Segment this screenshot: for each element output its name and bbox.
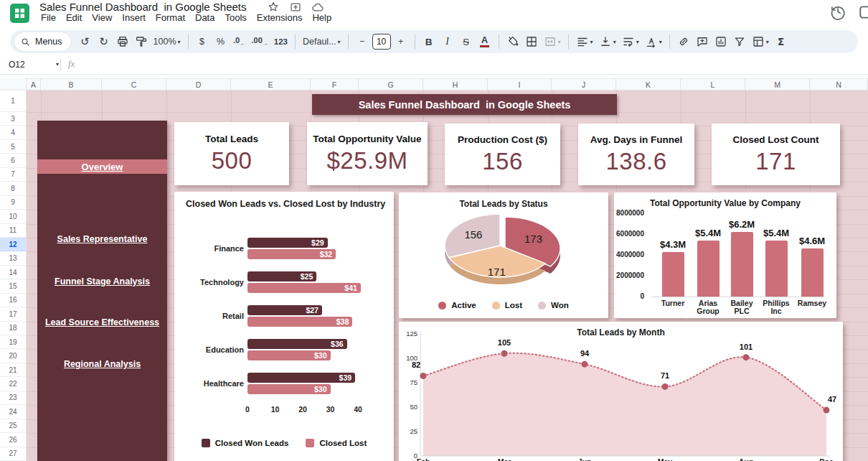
currency-format-button[interactable]: $ <box>194 32 211 51</box>
insert-comment-button[interactable] <box>694 32 711 51</box>
name-box-caret[interactable]: ▾ <box>56 61 59 67</box>
functions-button[interactable]: Σ <box>773 32 790 51</box>
y-tick: 75 <box>410 378 418 386</box>
format-style-select[interactable]: Defaul...▾ <box>301 32 343 51</box>
column-header-J[interactable]: J <box>552 78 616 90</box>
redo-button[interactable]: ↻ <box>95 32 113 51</box>
row-header-3[interactable]: 3 <box>0 112 27 126</box>
sidebar-item-funnel-stage-analysis[interactable]: Funnel Stage Analysis <box>37 274 167 289</box>
kpi-value: 500 <box>212 147 253 174</box>
font-size-input[interactable]: 10 <box>372 34 391 50</box>
row-header-6[interactable]: 6 <box>0 154 27 167</box>
column-header-C[interactable]: C <box>102 78 166 90</box>
row-header-20[interactable]: 20 <box>0 349 27 363</box>
table-views-button[interactable]: ▾ <box>750 32 771 51</box>
increase-decimal-button[interactable]: .00→ <box>250 32 270 51</box>
strikethrough-button[interactable]: S <box>458 32 475 51</box>
row-header-14[interactable]: 14 <box>0 266 27 279</box>
column-header-L[interactable]: L <box>681 78 745 90</box>
menu-format[interactable]: Format <box>151 11 190 24</box>
increase-font-button[interactable]: + <box>392 32 410 51</box>
bold-button[interactable]: B <box>420 32 438 51</box>
row-header-22[interactable]: 22 <box>0 377 27 391</box>
column-header-I[interactable]: I <box>488 78 552 90</box>
print-button[interactable] <box>114 32 131 51</box>
select-all-corner[interactable] <box>0 78 27 90</box>
menu-extensions[interactable]: Extensions <box>252 11 308 24</box>
bar-closed-won-leads: $29 <box>247 238 328 248</box>
row-header-15[interactable]: 15 <box>0 279 27 293</box>
column-header-M[interactable]: M <box>745 78 810 90</box>
percent-format-button[interactable]: % <box>212 32 230 51</box>
italic-button[interactable]: I <box>439 32 456 51</box>
row-header-26[interactable]: 26 <box>0 433 27 447</box>
menu-tools[interactable]: Tools <box>220 11 251 24</box>
row-header-11[interactable]: 11 <box>0 224 27 238</box>
row-header-12[interactable]: 12 <box>0 238 27 251</box>
horizontal-align-button[interactable]: ▾ <box>574 32 595 51</box>
text-rotation-button[interactable]: ▾ <box>643 32 664 51</box>
sheets-logo-icon[interactable] <box>10 4 29 23</box>
row-header-24[interactable]: 24 <box>0 405 27 419</box>
kpi-value: 171 <box>755 148 796 175</box>
row-header-7[interactable]: 7 <box>0 168 27 182</box>
row-header-1[interactable]: 1 <box>0 90 27 112</box>
undo-button[interactable]: ↺ <box>77 32 94 51</box>
column-header-G[interactable]: G <box>359 78 423 90</box>
merge-cells-button[interactable]: ▾ <box>542 32 563 51</box>
name-box[interactable]: O12 <box>0 60 55 70</box>
sidebar-item-regional-analysis[interactable]: Regional Analysis <box>37 357 167 371</box>
row-header-25[interactable]: 25 <box>0 419 27 433</box>
column-header-K[interactable]: K <box>616 78 681 90</box>
menu-help[interactable]: Help <box>307 11 336 24</box>
column-header-N[interactable]: N <box>810 78 868 90</box>
insert-chart-button[interactable] <box>712 32 730 51</box>
version-history-icon[interactable] <box>829 3 846 20</box>
borders-button[interactable] <box>523 32 540 51</box>
row-header-27[interactable]: 27 <box>0 447 27 461</box>
row-header-23[interactable]: 23 <box>0 391 27 405</box>
menus-search[interactable]: Menus <box>14 32 71 51</box>
paint-format-button[interactable] <box>133 32 150 51</box>
fill-color-button[interactable] <box>504 32 522 51</box>
create-filter-button[interactable] <box>731 32 748 51</box>
more-formats-button[interactable]: 123 <box>272 32 290 51</box>
partial-icon[interactable] <box>858 3 868 22</box>
menu-insert[interactable]: Insert <box>117 11 151 24</box>
zoom-control[interactable]: 100%▾ <box>151 32 183 51</box>
decrease-font-button[interactable]: − <box>354 32 371 51</box>
column-header-F[interactable]: F <box>311 78 359 90</box>
sidebar-item-lead-source-effectiveness[interactable]: Lead Source Effectiveness <box>37 315 167 330</box>
data-point <box>501 350 508 357</box>
sheet-canvas[interactable]: Sales Funnel Dashboard in Google Sheets … <box>27 90 868 461</box>
vertical-align-button[interactable]: ▾ <box>597 32 618 51</box>
row-header-5[interactable]: 5 <box>0 140 27 154</box>
x-tick: 20 <box>295 405 311 414</box>
row-header-8[interactable]: 8 <box>0 182 27 195</box>
row-header-18[interactable]: 18 <box>0 322 27 335</box>
sidebar-item-sales-representative[interactable]: Sales Representative <box>37 232 167 246</box>
menu-view[interactable]: View <box>87 11 117 24</box>
menu-data[interactable]: Data <box>190 11 220 24</box>
menu-edit[interactable]: Edit <box>61 11 87 24</box>
text-color-button[interactable]: A <box>476 32 494 51</box>
row-header-17[interactable]: 17 <box>0 307 27 321</box>
row-header-21[interactable]: 21 <box>0 363 27 377</box>
row-header-10[interactable]: 10 <box>0 210 27 223</box>
text-wrap-button[interactable]: ▾ <box>620 32 641 51</box>
row-header-4[interactable]: 4 <box>0 126 27 139</box>
sidebar-item-overview[interactable]: Overview <box>37 159 167 174</box>
legend-label: Active <box>451 301 476 309</box>
column-header-H[interactable]: H <box>423 78 488 90</box>
row-header-16[interactable]: 16 <box>0 294 27 307</box>
row-header-9[interactable]: 9 <box>0 196 27 210</box>
insert-link-button[interactable] <box>675 32 692 51</box>
decrease-decimal-button[interactable]: .0← <box>231 32 248 51</box>
row-header-19[interactable]: 19 <box>0 335 27 349</box>
row-header-13[interactable]: 13 <box>0 251 27 265</box>
column-header-B[interactable]: B <box>41 78 102 90</box>
column-header-D[interactable]: D <box>166 78 231 90</box>
column-header-E[interactable]: E <box>231 78 311 90</box>
column-header-A[interactable]: A <box>27 78 41 90</box>
menu-file[interactable]: File <box>36 11 61 24</box>
